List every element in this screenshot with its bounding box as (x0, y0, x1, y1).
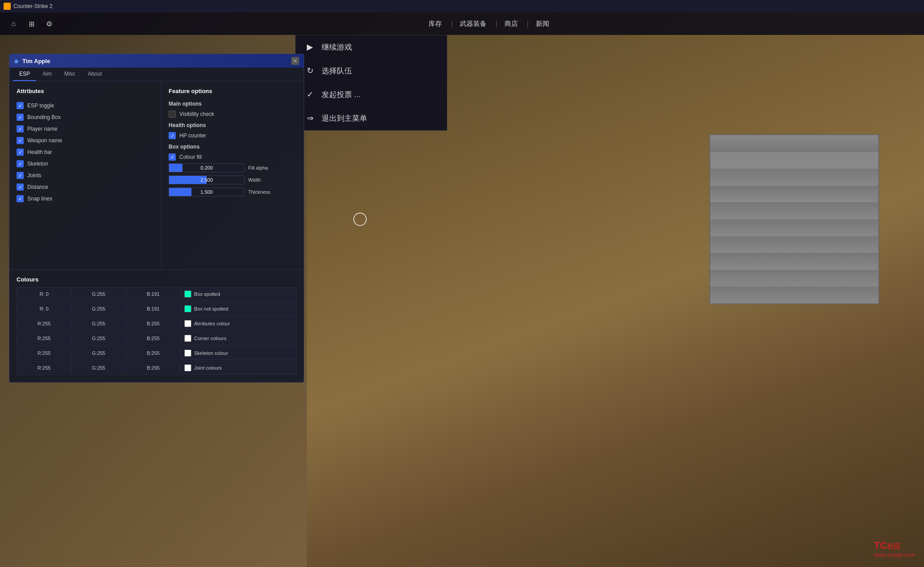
esp-close-button[interactable]: ✕ (291, 57, 299, 65)
home-icon[interactable]: ⌂ (7, 17, 20, 30)
option-colour-fill[interactable]: ✓ Colour fill (169, 153, 297, 161)
colour-g-2[interactable]: G:255 (72, 318, 126, 329)
colour-r-0[interactable]: R: 0 (17, 289, 72, 299)
option-visibility-check[interactable]: Visibility check (169, 111, 297, 118)
menu-exit[interactable]: ⇒ 退出到主菜单 (296, 107, 447, 130)
attr-player-name-label: Player name (27, 126, 57, 132)
attr-esp-toggle[interactable]: ✓ ESP toggle (17, 100, 154, 111)
slider-fill-alpha-value: 0.200 (169, 165, 244, 171)
attr-bounding-box[interactable]: ✓ Bounding Box (17, 111, 154, 123)
checkbox-weapon-name[interactable]: ✓ (17, 137, 24, 144)
colour-r-1[interactable]: R: 0 (17, 303, 72, 314)
checkbox-bounding-box[interactable]: ✓ (17, 114, 24, 121)
colour-swatch-3[interactable]: Corner colours (181, 332, 296, 345)
attr-bounding-box-label: Bounding Box (27, 114, 61, 120)
nav-news[interactable]: 新闻 (527, 20, 558, 28)
watermark: TC社区 www.tcsqw.com (874, 540, 915, 558)
colour-g-1[interactable]: G:255 (72, 303, 126, 314)
colour-g-5[interactable]: G:255 (72, 362, 126, 373)
continue-icon: ▶ (305, 42, 315, 52)
slider-width-row: 2.500 Width (169, 175, 297, 184)
colour-swatch-5[interactable]: Joint colours (181, 362, 296, 374)
option-visibility-check-label: Visibility check (179, 111, 214, 117)
tab-esp[interactable]: ESP (13, 68, 36, 81)
colour-r-5[interactable]: R:255 (17, 362, 72, 373)
menu-continue-label: 继续游戏 (322, 42, 352, 52)
checkbox-skeleton[interactable]: ✓ (17, 160, 24, 167)
colour-swatch-1[interactable]: Box not spotted (181, 303, 296, 315)
settings-icon[interactable]: ⚙ (43, 17, 55, 30)
checkbox-distance[interactable]: ✓ (17, 183, 24, 191)
attr-snap-lines[interactable]: ✓ Snap lines (17, 193, 154, 205)
exit-icon: ⇒ (305, 113, 315, 124)
checkbox-joints[interactable]: ✓ (17, 172, 24, 179)
colour-row-1: R: 0 G:255 B:191 Box not spotted (17, 302, 297, 315)
box-options-title: Box options (169, 144, 297, 150)
nav-weapons[interactable]: 武器装备 (451, 20, 496, 28)
colour-swatch-0[interactable]: Box spotted (181, 288, 296, 300)
colour-r-4[interactable]: R:255 (17, 348, 72, 358)
checkbox-esp-toggle[interactable]: ✓ (17, 102, 24, 109)
slider-thickness-label: Thickness (248, 189, 271, 195)
attr-distance[interactable]: ✓ Distance (17, 181, 154, 193)
colour-b-1[interactable]: B:191 (126, 303, 181, 314)
colour-swatch-2[interactable]: Atrributes colour (181, 317, 296, 330)
health-options-title: Health options (169, 122, 297, 128)
colour-b-4[interactable]: B:255 (126, 348, 181, 358)
attr-player-name[interactable]: ✓ Player name (17, 123, 154, 135)
checkbox-snap-lines[interactable]: ✓ (17, 195, 24, 202)
tab-misc[interactable]: Misc (58, 68, 82, 81)
colour-g-4[interactable]: G:255 (72, 348, 126, 358)
watermark-url: www.tcsqw.com (874, 551, 915, 558)
main-options-title: Main options (169, 101, 297, 107)
menu-exit-label: 退出到主菜单 (322, 113, 367, 124)
colour-name-0: Box spotted (194, 291, 220, 297)
topnav: ⌂ ⊞ ⚙ 库存 武器装备 商店 新闻 (0, 13, 924, 35)
colour-swatch-4[interactable]: Skeleton colour (181, 347, 296, 359)
checkbox-colour-fill[interactable]: ✓ (169, 153, 176, 161)
slider-thickness[interactable]: 1.500 (169, 188, 245, 196)
attributes-panel: Attributes ✓ ESP toggle ✓ Bounding Box ✓… (9, 81, 161, 269)
esp-body: Attributes ✓ ESP toggle ✓ Bounding Box ✓… (9, 81, 304, 269)
tab-aim[interactable]: Aim (36, 68, 58, 81)
colour-row-4: R:255 G:255 B:255 Skeleton colour (17, 346, 297, 360)
option-hp-counter[interactable]: ✓ HP counter (169, 132, 297, 139)
nav-shop[interactable]: 商店 (496, 20, 527, 28)
colour-r-3[interactable]: R:255 (17, 333, 72, 344)
attr-snap-lines-label: Snap lines (27, 196, 52, 202)
attr-skeleton[interactable]: ✓ Skeleton (17, 158, 154, 170)
colour-b-2[interactable]: B:255 (126, 318, 181, 329)
colour-name-1: Box not spotted (194, 306, 228, 311)
swatch-attributes-colour (184, 320, 191, 327)
attr-joints[interactable]: ✓ Joints (17, 170, 154, 181)
tab-about[interactable]: About (81, 68, 108, 81)
menu-vote-label: 发起投票 ... (322, 90, 360, 100)
scene-shutter (709, 134, 879, 304)
colour-g-3[interactable]: G:255 (72, 333, 126, 344)
attr-health-bar[interactable]: ✓ Health bar (17, 146, 154, 158)
slider-fill-alpha[interactable]: 0.200 (169, 163, 245, 172)
colour-b-5[interactable]: B:255 (126, 362, 181, 373)
app-icon (4, 3, 11, 10)
esp-title-icon: ◈ (14, 57, 19, 64)
colour-b-3[interactable]: B:255 (126, 333, 181, 344)
menu-select-team[interactable]: ↻ 选择队伍 (296, 59, 447, 83)
colour-name-2: Atrributes colour (194, 321, 230, 326)
inventory-icon[interactable]: ⊞ (25, 17, 38, 30)
slider-width[interactable]: 2.500 (169, 175, 245, 184)
checkbox-visibility-check[interactable] (169, 111, 176, 118)
swatch-joint-colours (184, 364, 191, 371)
esp-title-text: Tim Apple (22, 58, 288, 64)
colour-name-5: Joint colours (194, 365, 222, 371)
menu-vote[interactable]: ✓ 发起投票 ... (296, 83, 447, 107)
colour-b-0[interactable]: B:191 (126, 289, 181, 299)
nav-inventory[interactable]: 库存 (420, 20, 451, 28)
checkbox-hp-counter[interactable]: ✓ (169, 132, 176, 139)
checkbox-health-bar[interactable]: ✓ (17, 149, 24, 156)
checkbox-player-name[interactable]: ✓ (17, 125, 24, 132)
esp-panel: ◈ Tim Apple ✕ ESP Aim Misc About Attribu… (9, 54, 304, 383)
colour-g-0[interactable]: G:255 (72, 289, 126, 299)
menu-continue[interactable]: ▶ 继续游戏 (296, 35, 447, 59)
colour-r-2[interactable]: R:255 (17, 318, 72, 329)
attr-weapon-name[interactable]: ✓ Weapon name (17, 135, 154, 146)
